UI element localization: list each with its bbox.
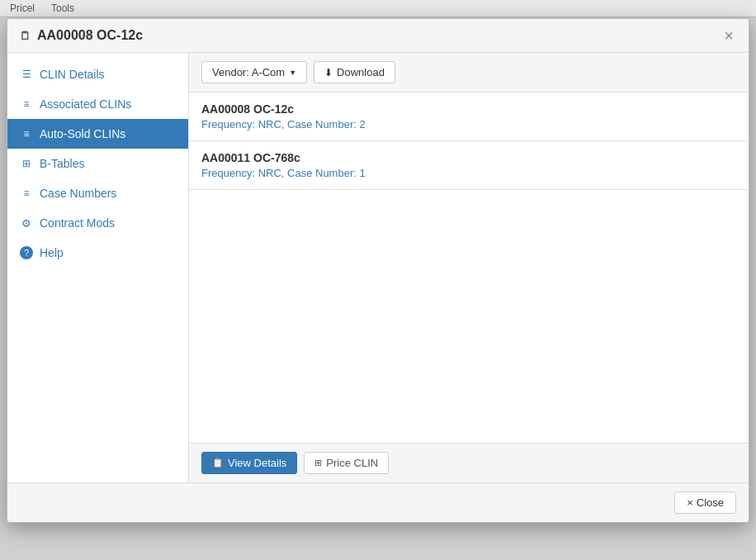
sidebar-item-b-tables[interactable]: ⊞ B-Tables xyxy=(7,149,188,178)
modal-close-x-button[interactable]: × xyxy=(721,27,736,44)
modal-title: 🗒 AA00008 OC-12c xyxy=(20,28,143,43)
sidebar-item-help[interactable]: ? Help xyxy=(7,238,188,268)
view-details-button[interactable]: 📋 View Details xyxy=(201,452,297,474)
top-bar: Pricel Tools xyxy=(0,0,756,17)
case-numbers-icon: ≡ xyxy=(20,187,33,199)
clin-title-0: AA00008 OC-12c xyxy=(201,102,736,116)
modal-body: ☰ CLIN Details ≡ Associated CLINs ≡ Auto… xyxy=(7,53,749,482)
download-button[interactable]: ⬇ Download xyxy=(314,61,395,83)
clin-item-1[interactable]: AA00011 OC-768c Frequency: NRC, Case Num… xyxy=(189,141,749,190)
sidebar-item-associated-clins[interactable]: ≡ Associated CLINs xyxy=(7,89,188,119)
price-clin-label: Price CLIN xyxy=(326,457,378,469)
modal-title-text: AA00008 OC-12c xyxy=(37,28,143,43)
sidebar-label-clin-details: CLIN Details xyxy=(40,68,105,81)
main-content: Vendor: A-Com ▼ ⬇ Download AA00008 OC-12… xyxy=(189,53,749,482)
clin-subtitle-0: Frequency: NRC, Case Number: 2 xyxy=(201,118,736,131)
associated-clins-icon: ≡ xyxy=(20,98,33,110)
sidebar-label-associated-clins: Associated CLINs xyxy=(40,97,131,111)
sidebar-item-clin-details[interactable]: ☰ CLIN Details xyxy=(7,59,188,89)
clin-subtitle-1: Frequency: NRC, Case Number: 1 xyxy=(201,167,736,179)
close-modal-label: Close xyxy=(697,496,724,509)
modal-header: 🗒 AA00008 OC-12c × xyxy=(7,19,749,53)
view-details-label: View Details xyxy=(228,457,286,469)
tools-label[interactable]: Tools xyxy=(51,2,74,14)
pricel-label[interactable]: Pricel xyxy=(10,2,35,14)
vendor-dropdown-arrow: ▼ xyxy=(289,69,296,77)
download-label-text: Download xyxy=(337,66,385,78)
vendor-label-text: Vendor: A-Com xyxy=(212,66,285,78)
toolbar: Vendor: A-Com ▼ ⬇ Download xyxy=(189,53,749,93)
modal-title-icon: 🗒 xyxy=(20,30,31,42)
clin-details-icon: ☰ xyxy=(20,69,33,80)
sidebar-item-auto-sold-clins[interactable]: ≡ Auto-Sold CLINs xyxy=(7,119,188,149)
sidebar-label-auto-sold-clins: Auto-Sold CLINs xyxy=(40,127,125,140)
price-clin-button[interactable]: ⊞ Price CLIN xyxy=(304,452,389,474)
sidebar-label-contract-mods: Contract Mods xyxy=(40,216,115,230)
sidebar-label-case-numbers: Case Numbers xyxy=(40,187,116,200)
price-clin-icon: ⊞ xyxy=(314,458,322,468)
clin-title-1: AA00011 OC-768c xyxy=(201,151,736,164)
sidebar: ☰ CLIN Details ≡ Associated CLINs ≡ Auto… xyxy=(7,53,189,482)
help-icon: ? xyxy=(20,246,33,259)
modal: 🗒 AA00008 OC-12c × ☰ CLIN Details ≡ Asso… xyxy=(7,18,749,523)
clin-item-0[interactable]: AA00008 OC-12c Frequency: NRC, Case Numb… xyxy=(189,93,749,141)
close-modal-icon: × xyxy=(687,496,693,509)
auto-sold-clins-icon: ≡ xyxy=(20,128,33,140)
sidebar-label-help: Help xyxy=(40,246,64,259)
close-modal-button[interactable]: × Close xyxy=(674,491,736,514)
sidebar-item-case-numbers[interactable]: ≡ Case Numbers xyxy=(7,178,188,208)
vendor-dropdown-button[interactable]: Vendor: A-Com ▼ xyxy=(201,61,307,83)
sidebar-item-contract-mods[interactable]: ⚙ Contract Mods xyxy=(7,208,188,238)
content-footer-bar: 📋 View Details ⊞ Price CLIN xyxy=(189,443,749,482)
b-tables-icon: ⊞ xyxy=(20,158,33,169)
contract-mods-icon: ⚙ xyxy=(20,217,33,230)
clin-content-list: AA00008 OC-12c Frequency: NRC, Case Numb… xyxy=(189,93,749,443)
modal-footer: × Close xyxy=(7,482,749,522)
view-details-icon: 📋 xyxy=(212,458,224,468)
download-icon: ⬇ xyxy=(324,67,333,78)
sidebar-label-b-tables: B-Tables xyxy=(40,157,84,170)
